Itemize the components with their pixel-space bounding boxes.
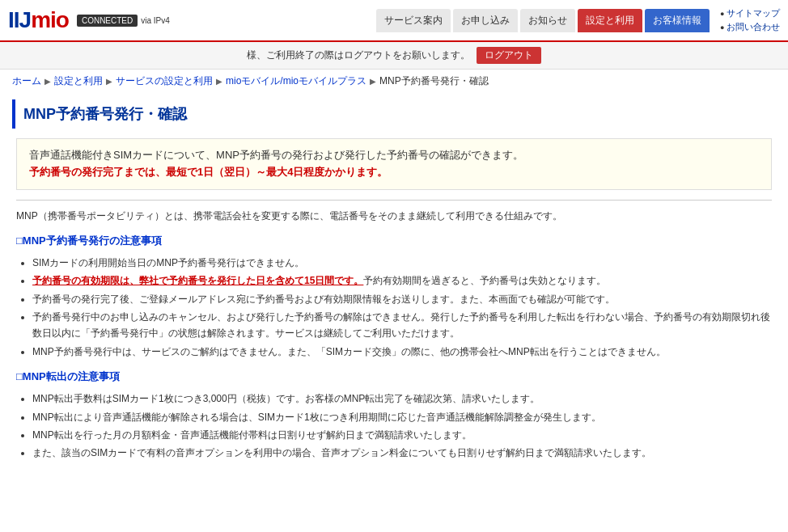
header-links: サイトマップ お問い合わせ — [720, 7, 780, 33]
main-nav: サービス案内 お申し込み お知らせ 設定と利用 お客様情報 サイトマップ お問い… — [376, 7, 780, 33]
mnp-description: MNP（携帯番号ポータビリティ）とは、携帯電話会社を変更する際に、電話番号をその… — [16, 209, 772, 224]
list-item: MNP予約番号発行中は、サービスのご解約はできません。また、「SIMカード交換」… — [32, 344, 772, 360]
main-content: 音声通話機能付きSIMカードについて、MNP予約番号の発行および発行した予約番号… — [0, 138, 788, 462]
list-item: 予約番号発行中のお申し込みのキャンセル、および発行した予約番号の解除はできません… — [32, 309, 772, 342]
via-ipv4-label: via IPv4 — [141, 16, 170, 25]
nav-customer-info[interactable]: お客様情報 — [645, 9, 710, 32]
page-title-area: MNP予約番号発行・確認 — [12, 99, 776, 129]
info-bar: 様、ご利用終了の際はログアウトをお願いします。 ログアウト — [0, 42, 788, 70]
section2-title: □MNP転出の注意事項 — [16, 369, 772, 384]
section1-title: □MNP予約番号発行の注意事項 — [16, 234, 772, 248]
logout-button[interactable]: ログアウト — [477, 47, 541, 64]
page-title: MNP予約番号発行・確認 — [23, 104, 768, 124]
nav-service-info[interactable]: サービス案内 — [376, 9, 451, 32]
breadcrumb-settings[interactable]: 設定と利用 — [54, 74, 103, 88]
breadcrumb-sep-3: ▶ — [216, 77, 222, 86]
breadcrumb-mio-mobile[interactable]: mioモバイル/mioモバイルプラス — [226, 74, 366, 88]
list-item: 予約番号の発行完了後、ご登録メールアドレス宛に予約番号および有効期限情報をお送り… — [32, 291, 772, 307]
list-item: SIMカードの利用開始当日のMNP予約番号発行はできません。 — [32, 255, 772, 271]
breadcrumb-sep-2: ▶ — [106, 77, 112, 86]
nav-settings[interactable]: 設定と利用 — [578, 9, 642, 32]
list-item-text: 予約有効期間を過ぎると、予約番号は失効となります。 — [363, 275, 606, 286]
breadcrumb-home[interactable]: ホーム — [12, 74, 41, 88]
breadcrumb-current: MNP予約番号発行・確認 — [379, 74, 489, 88]
header: IIJmio CONNECTED via IPv4 サービス案内 お申し込み お… — [0, 0, 788, 42]
notice-line1: 音声通話機能付きSIMカードについて、MNP予約番号の発行および発行した予約番号… — [29, 147, 759, 164]
info-text: 様、ご利用終了の際はログアウトをお願いします。 — [247, 49, 470, 62]
contact-link[interactable]: お問い合わせ — [720, 21, 780, 33]
list-item: 予約番号の有効期限は、弊社で予約番号を発行した日を含めて15日間です。予約有効期… — [32, 272, 772, 289]
nav-apply[interactable]: お申し込み — [453, 9, 518, 32]
breadcrumb: ホーム ▶ 設定と利用 ▶ サービスの設定と利用 ▶ mioモバイル/mioモバ… — [0, 70, 788, 93]
breadcrumb-sep-1: ▶ — [44, 77, 51, 86]
section2-list: MNP転出手数料はSIMカード1枚につき3,000円（税抜）です。お客様のMNP… — [16, 391, 772, 462]
divider-1 — [16, 200, 772, 201]
list-item: MNP転出を行った月の月額料金・音声通話機能付帯料は日割りせず解約日まで満額請求… — [32, 427, 772, 443]
section1-list: SIMカードの利用開始当日のMNP予約番号発行はできません。 予約番号の有効期限… — [16, 255, 772, 360]
list-item: MNP転出手数料はSIMカード1枚につき3,000円（税抜）です。お客様のMNP… — [32, 391, 772, 407]
list-item: また、該当のSIMカードで有料の音声オプションを利用中の場合、音声オプション料金… — [32, 445, 772, 461]
breadcrumb-sep-4: ▶ — [370, 77, 376, 86]
logo: IIJmio — [8, 7, 69, 33]
notice-box: 音声通話機能付きSIMカードについて、MNP予約番号の発行および発行した予約番号… — [16, 138, 772, 190]
list-item: MNP転出により音声通話機能が解除される場合は、SIMカード1枚につき利用期間に… — [32, 409, 772, 425]
connected-badge: CONNECTED — [77, 15, 138, 27]
breadcrumb-service-settings[interactable]: サービスの設定と利用 — [116, 74, 213, 88]
nav-news[interactable]: お知らせ — [520, 9, 575, 32]
sitemap-link[interactable]: サイトマップ — [720, 7, 780, 19]
list-item-underline: 予約番号の有効期限は、弊社で予約番号を発行した日を含めて15日間です。 — [32, 275, 363, 286]
notice-line2: 予約番号の発行完了までは、最短で1日（翌日）～最大4日程度かかります。 — [29, 164, 759, 181]
